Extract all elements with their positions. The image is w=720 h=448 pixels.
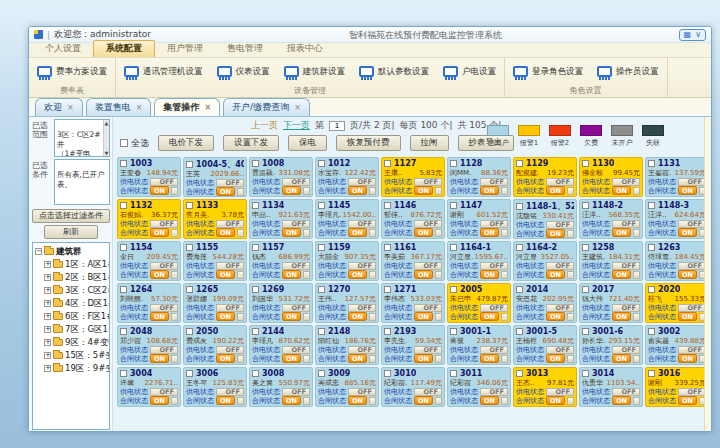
meter-card[interactable]: 3002俞实越439.88元供电状态OFF合闸状态ON <box>645 325 709 365</box>
card-checkbox[interactable] <box>516 160 523 167</box>
card-checkbox[interactable] <box>318 160 325 167</box>
tree-item[interactable]: +6区：F区1#井（F区1# <box>35 310 109 323</box>
tree-item[interactable]: +2区：B区1#井(B区1# <box>35 271 109 284</box>
card-checkbox[interactable] <box>648 370 655 377</box>
meter-card[interactable]: 1133焦月美.3.78元供电状态OFF合闸状态ON <box>183 199 247 239</box>
card-checkbox[interactable] <box>450 286 457 293</box>
card-checkbox[interactable] <box>582 202 589 209</box>
card-checkbox[interactable] <box>582 244 589 251</box>
meter-card[interactable]: 1132石俊娟.36.37元供电状态OFF合闸状态ON <box>117 199 181 239</box>
menu-tab[interactable]: 系统配置 <box>93 40 155 57</box>
ribbon-button[interactable]: 建筑群设置 <box>282 65 348 79</box>
meter-card[interactable]: 1148-1、522沈馥铭330.41元供电状态OFF合闸状态ON <box>513 199 577 239</box>
expand-icon[interactable]: + <box>44 261 51 268</box>
card-checkbox[interactable] <box>516 244 523 251</box>
toolbar-button[interactable]: 拉闸 <box>410 135 449 151</box>
select-all[interactable]: 全选 <box>120 137 149 150</box>
meter-card[interactable]: 1148-2汪洋..568.35元供电状态OFF合闸状态ON <box>579 199 643 239</box>
collapse-icon[interactable]: − <box>35 248 42 255</box>
ribbon-button[interactable]: 户电设置 <box>441 65 498 79</box>
card-checkbox[interactable] <box>450 244 457 251</box>
meter-card[interactable]: 2014安恩花202.95元供电状态OFF合闸状态ON <box>513 283 577 323</box>
toolbar-button[interactable]: 设置下发 <box>223 135 279 151</box>
close-tab-icon[interactable]: × <box>204 103 211 112</box>
card-checkbox[interactable] <box>648 160 655 167</box>
expand-icon[interactable]: + <box>44 274 51 281</box>
meter-card[interactable]: 1148-3汪洋..624.64元供电状态OFF合闸状态ON <box>645 199 709 239</box>
meter-card[interactable]: 1130佛金毅99.45元供电状态OFF合闸状态ON <box>579 157 643 197</box>
meter-card[interactable]: 1004-5、40-1王英2029.66..供电状态OFF合闸状态ON <box>183 157 247 197</box>
card-checkbox[interactable] <box>186 370 193 377</box>
chevron-down-icon[interactable]: ∨ <box>695 30 701 39</box>
ribbon-button[interactable]: 操作员设置 <box>595 65 661 79</box>
toolbar-button[interactable]: 恢复预付费 <box>336 135 401 151</box>
meter-card[interactable]: 1270王伟..127.57元供电状态OFF合闸状态ON <box>315 283 379 323</box>
expand-icon[interactable]: + <box>44 300 51 307</box>
ribbon-button[interactable]: 仪表设置 <box>215 65 272 79</box>
toolbar-button[interactable]: 电价下发 <box>158 135 214 151</box>
meter-card[interactable]: 1269刘国华531.72元供电状态OFF合闸状态ON <box>249 283 313 323</box>
meter-card[interactable]: 1146郁佳..876.72元供电状态OFF合闸状态ON <box>381 199 445 239</box>
meter-card[interactable]: 1159大囍金907.35元供电状态OFF合闸状态ON <box>315 241 379 281</box>
meter-card[interactable]: 3013王杰..97.81元供电状态OFF合闸状态ON <box>513 367 577 407</box>
card-checkbox[interactable] <box>186 202 193 209</box>
card-checkbox[interactable] <box>648 244 655 251</box>
meter-card[interactable]: 3009宾成忠885.16元供电状态OFF合闸状态ON <box>315 367 379 407</box>
meter-card[interactable]: 1128闵MM.88.36元供电状态OFF合闸状态ON <box>447 157 511 197</box>
meter-card[interactable]: 1155费海莲544.28元供电状态OFF合闸状态ON <box>183 241 247 281</box>
card-checkbox[interactable] <box>648 328 655 335</box>
meter-card[interactable]: 2017钱大伟721.40元供电状态OFF合闸状态ON <box>579 283 643 323</box>
card-checkbox[interactable] <box>318 244 325 251</box>
card-checkbox[interactable] <box>318 202 325 209</box>
ribbon-button[interactable]: 费率方案设置 <box>35 65 109 79</box>
tree-item[interactable]: +7区：G区1#井 <box>35 323 109 336</box>
meter-card[interactable]: 3004许馨2276.71..供电状态OFF合闸状态ON <box>117 367 181 407</box>
card-checkbox[interactable] <box>186 328 193 335</box>
meter-card[interactable]: 1129配俊建.19.23元供电状态OFF合闸状态ON <box>513 157 577 197</box>
card-checkbox[interactable] <box>186 244 193 251</box>
card-checkbox[interactable] <box>582 286 589 293</box>
selected-range-listbox[interactable]: 3区：C区2#井 （1#变电、2# 变电、/C1#… ▲▼ <box>54 119 110 157</box>
card-checkbox[interactable] <box>252 370 259 377</box>
meter-card[interactable]: 1161季美茹367.17元供电状态OFF合闸状态ON <box>381 241 445 281</box>
ribbon-button[interactable]: 默认参数设置 <box>357 65 431 79</box>
tree-item[interactable]: +19区：9#变电站（2#变 <box>35 362 109 375</box>
card-checkbox[interactable] <box>186 286 193 293</box>
meter-card[interactable]: 1003王爱春148.94元供电状态OFF合闸状态ON <box>117 157 181 197</box>
next-page-link[interactable]: 下一页 <box>283 119 310 132</box>
expand-icon[interactable]: + <box>44 326 51 333</box>
meter-card[interactable]: 3001-1蒋玻238.37元供电状态OFF合闸状态ON <box>447 325 511 365</box>
meter-card[interactable]: 2193李先生.59.34元供电状态OFF合闸状态ON <box>381 325 445 365</box>
meter-card[interactable]: 1145李瑾凡.1542.00..供电状态OFF合闸状态ON <box>315 199 379 239</box>
card-checkbox[interactable] <box>582 328 589 335</box>
close-tab-icon[interactable]: × <box>136 103 143 112</box>
meter-card[interactable]: 3011纪彩霞346.06元供电状态OFF合闸状态ON <box>447 367 511 407</box>
meter-card[interactable]: 2148阳红仙186.76元供电状态OFF合闸状态ON <box>315 325 379 365</box>
tree-item[interactable]: +9区：4#变电井（4#变 <box>35 336 109 349</box>
card-checkbox[interactable] <box>516 370 523 377</box>
card-checkbox[interactable] <box>384 328 391 335</box>
card-checkbox[interactable] <box>450 328 457 335</box>
expand-icon[interactable]: + <box>44 287 51 294</box>
expand-icon[interactable]: + <box>44 365 51 372</box>
card-checkbox[interactable] <box>120 244 127 251</box>
ribbon-button[interactable]: 登录角色设置 <box>511 65 585 79</box>
tree-item[interactable]: +15区：5#变电站（3#变 <box>35 349 109 362</box>
meter-card[interactable]: 2005朱已申479.87元供电状态OFF合闸状态ON <box>447 283 511 323</box>
card-checkbox[interactable] <box>252 160 259 167</box>
meter-card[interactable]: 1164-1河立显.1595.67..供电状态OFF合闸状态ON <box>447 241 511 281</box>
card-checkbox[interactable] <box>450 202 457 209</box>
card-checkbox[interactable] <box>450 160 457 167</box>
meter-card[interactable]: 3001-5王楠程690.48元供电状态OFF合闸状态ON <box>513 325 577 365</box>
card-checkbox[interactable] <box>186 161 193 168</box>
meter-card[interactable]: 3016谢刚339.25元供电状态OFF合闸状态ON <box>645 367 709 407</box>
meter-card[interactable]: 3006王冬琴125.83元供电状态OFF合闸状态ON <box>183 367 247 407</box>
meter-card[interactable]: 1008曹温颖.331.08元供电状态OFF合闸状态ON <box>249 157 313 197</box>
meter-card[interactable]: 1258王建筑.184.31元供电状态OFF合闸状态ON <box>579 241 643 281</box>
meter-card[interactable]: 3008吴之翼550.97元供电状态OFF合闸状态ON <box>249 367 313 407</box>
menu-tab[interactable]: 报表中心 <box>275 41 335 57</box>
tree-item[interactable]: +4区：D区1#井（D区1 <box>35 297 109 310</box>
card-checkbox[interactable] <box>384 244 391 251</box>
expand-icon[interactable]: + <box>44 313 51 320</box>
scroll-down-icon[interactable]: ▼ <box>105 150 109 156</box>
